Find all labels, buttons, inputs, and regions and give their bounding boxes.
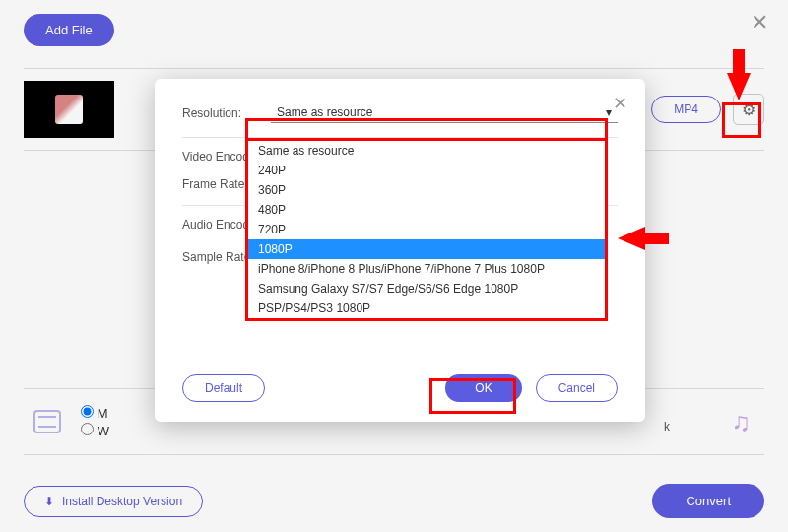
ok-button[interactable]: OK xyxy=(445,374,521,402)
cancel-button[interactable]: Cancel xyxy=(536,374,618,402)
resolution-dropdown[interactable]: Same as resource ▾ xyxy=(271,102,618,123)
option-iphone[interactable]: iPhone 8/iPhone 8 Plus/iPhone 7/iPhone 7… xyxy=(248,259,605,279)
option-samsung[interactable]: Samsung Galaxy S7/S7 Edge/S6/S6 Edge 108… xyxy=(248,279,605,299)
option-psp[interactable]: PSP/PS4/PS3 1080P xyxy=(248,299,605,318)
dropdown-value: Same as resource xyxy=(277,105,372,119)
chevron-down-icon: ▾ xyxy=(606,105,612,119)
resolution-label: Resolution: xyxy=(182,106,271,120)
option-1080p[interactable]: 1080P xyxy=(248,239,605,259)
option-same[interactable]: Same as resource xyxy=(248,141,605,161)
option-720p[interactable]: 720P xyxy=(248,220,605,239)
option-360p[interactable]: 360P xyxy=(248,180,605,200)
annotation-arrow-icon xyxy=(727,73,751,100)
option-480p[interactable]: 480P xyxy=(248,200,605,220)
dialog-close-icon[interactable]: ✕ xyxy=(613,93,627,114)
annotation-arrow-icon xyxy=(618,227,645,250)
resolution-dropdown-list: Same as resource 240P 360P 480P 720P 108… xyxy=(245,138,608,321)
default-button[interactable]: Default xyxy=(182,374,265,402)
option-240p[interactable]: 240P xyxy=(248,161,605,180)
